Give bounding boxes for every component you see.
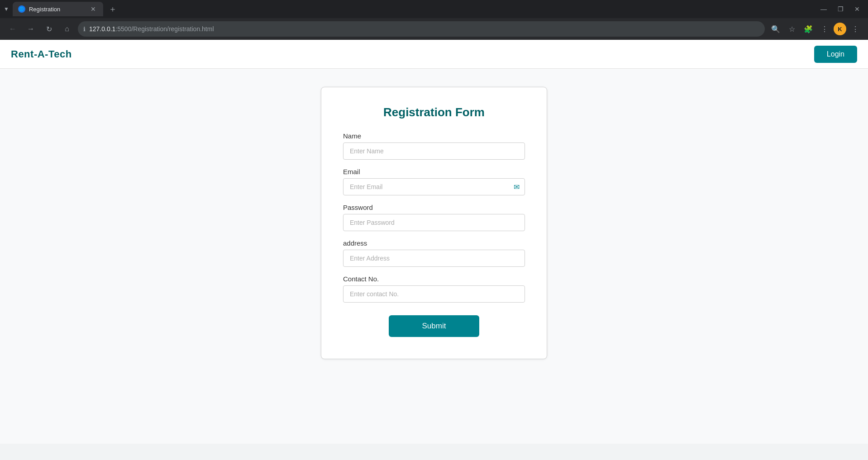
page-content: Rent-A-Tech Login Registration Form Name… (0, 40, 868, 444)
close-button[interactable]: ✕ (850, 4, 864, 14)
main-page: Registration Form Name Email ✉ (0, 69, 868, 444)
app-logo: Rent-A-Tech (11, 48, 72, 60)
menu-button[interactable]: ⋮ (817, 22, 832, 36)
email-label: Email (343, 168, 525, 175)
email-field-group: Email ✉ (343, 168, 525, 195)
address-input-wrapper (343, 250, 525, 267)
password-label: Password (343, 204, 525, 211)
more-options-button[interactable]: ⋮ (848, 22, 863, 36)
password-field-group: Password (343, 204, 525, 231)
address-label: address (343, 239, 525, 247)
browser-toolbar: ← → ↻ ⌂ ℹ 127.0.0.1:5500/Registration/re… (0, 18, 868, 40)
search-button[interactable]: 🔍 (768, 22, 783, 36)
form-title: Registration Form (343, 105, 525, 119)
address-bar[interactable]: ℹ 127.0.0.1:5500/Registration/registrati… (78, 21, 765, 37)
contact-label: Contact No. (343, 275, 525, 283)
new-tab-button[interactable]: ＋ (105, 2, 120, 16)
minimize-button[interactable]: — (816, 4, 831, 14)
window-controls: — ❐ ✕ (816, 4, 864, 14)
browser-title-bar: ▼ 🌐 Registration ✕ ＋ — ❐ ✕ (0, 0, 868, 18)
contact-field-group: Contact No. (343, 275, 525, 303)
name-field-group: Name (343, 132, 525, 160)
address-url: 127.0.0.1:5500/Registration/registration… (89, 25, 759, 33)
login-button[interactable]: Login (814, 46, 857, 63)
toolbar-actions: 🔍 ☆ 🧩 ⋮ K ⋮ (768, 22, 863, 36)
tab-close-button[interactable]: ✕ (89, 5, 98, 14)
address-input[interactable] (343, 250, 525, 267)
tab-dropdown-button[interactable]: ▼ (4, 6, 9, 12)
name-label: Name (343, 132, 525, 140)
bookmark-button[interactable]: ☆ (785, 22, 799, 36)
tab-favicon: 🌐 (18, 5, 25, 13)
contact-input-wrapper (343, 285, 525, 303)
email-input-wrapper: ✉ (343, 178, 525, 195)
security-icon: ℹ (83, 26, 86, 33)
name-input[interactable] (343, 142, 525, 160)
contact-input[interactable] (343, 285, 525, 303)
profile-button[interactable]: K (834, 23, 846, 35)
app-header: Rent-A-Tech Login (0, 40, 868, 69)
name-input-wrapper (343, 142, 525, 160)
registration-form: Name Email ✉ Password (343, 132, 525, 337)
email-input[interactable] (343, 178, 525, 195)
browser-tab-active[interactable]: 🌐 Registration ✕ (13, 2, 103, 16)
maximize-button[interactable]: ❐ (833, 4, 848, 14)
home-button[interactable]: ⌂ (60, 22, 74, 36)
password-input[interactable] (343, 214, 525, 231)
extensions-button[interactable]: 🧩 (801, 22, 816, 36)
password-input-wrapper (343, 214, 525, 231)
reload-button[interactable]: ↻ (42, 22, 56, 36)
forward-button[interactable]: → (24, 22, 38, 36)
registration-card: Registration Form Name Email ✉ (321, 87, 547, 359)
tab-title: Registration (29, 6, 85, 13)
address-field-group: address (343, 239, 525, 267)
back-button[interactable]: ← (5, 22, 20, 36)
browser-chrome: ▼ 🌐 Registration ✕ ＋ — ❐ ✕ ← → ↻ ⌂ ℹ 127… (0, 0, 868, 40)
submit-button[interactable]: Submit (389, 315, 479, 337)
